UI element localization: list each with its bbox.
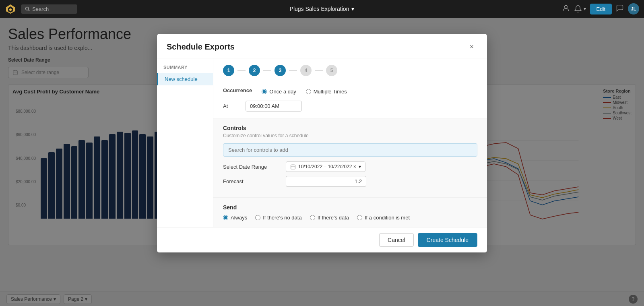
send-always: Always [223,215,247,221]
schedule-exports-modal: Schedule Exports × Summary New schedule … [157,34,487,252]
modal-body: Summary New schedule 1 2 3 4 5 [157,58,487,227]
notifications-icon[interactable]: ▾ [574,5,586,13]
svg-point-3 [26,7,29,10]
date-range-control-label: Select Date Range [223,164,279,170]
modal-close-button[interactable]: × [466,41,477,52]
topnav: Search Plugs Sales Exploration ▾ ▾ Edit … [0,0,644,18]
send-nodata-label: If there's no data [263,215,301,221]
send-title: Send [223,204,477,211]
sidebar-section-label: Summary [157,65,213,73]
topnav-dropdown-icon[interactable]: ▾ [351,6,354,12]
sidebar-new-schedule[interactable]: New schedule [157,73,213,85]
controls-section: Controls Customize control values for a … [213,118,487,198]
time-input[interactable] [246,101,302,112]
step-3: 3 [275,65,286,76]
occurrence-multiple-radio[interactable] [306,89,311,94]
search-placeholder: Search [32,6,49,12]
send-nodata-radio[interactable] [255,215,260,220]
occurrence-row: Occurrence Once a day Multiple Times [223,87,477,96]
forecast-input[interactable] [286,176,366,187]
step-5: 5 [326,65,337,76]
search-box[interactable]: Search [21,4,77,14]
controls-search-input[interactable] [223,143,477,157]
send-hasdata-label: If there's data [318,215,349,221]
app-logo [5,3,16,14]
send-has-data: If there's data [310,215,349,221]
occurrence-label: Occurrence [223,87,252,93]
step-line-2 [263,70,271,71]
date-range-picker-button[interactable]: 10/10/2022 – 10/22/2022 × ▾ [286,161,365,172]
step-1: 1 [223,65,234,76]
modal-footer: Cancel Create Schedule [157,227,487,252]
step-line-1 [237,70,246,71]
modal-overlay: Schedule Exports × Summary New schedule … [0,18,644,306]
topnav-title-text: Plugs Sales Exploration [290,6,349,12]
avatar[interactable]: JL [628,3,639,14]
step-4: 4 [300,65,312,76]
step-line-3 [289,70,297,71]
step-line-4 [315,70,323,71]
date-range-dropdown-icon: ▾ [359,164,361,170]
modal-title: Schedule Exports [167,42,235,52]
at-row: At [223,101,477,112]
send-always-radio[interactable] [223,215,228,220]
topnav-title: Plugs Sales Exploration ▾ [290,6,355,12]
svg-line-4 [28,10,29,11]
send-no-data: If there's no data [255,215,301,221]
create-schedule-button[interactable]: Create Schedule [418,233,477,247]
step-2: 2 [249,65,260,76]
date-range-control-row: Select Date Range 10/10/2022 – 10/22/202… [223,161,477,172]
svg-rect-14 [291,165,295,169]
send-condition: If a condition is met [357,215,410,221]
send-always-label: Always [231,215,247,221]
modal-sidebar: Summary New schedule [157,58,213,227]
forecast-label: Forecast [223,178,279,184]
at-label: At [223,103,239,109]
occurrence-multiple-group: Multiple Times [306,89,347,95]
cancel-button[interactable]: Cancel [379,233,414,247]
modal-header: Schedule Exports × [157,34,487,58]
occurrence-multiple-label: Multiple Times [314,89,347,95]
edit-button[interactable]: Edit [590,4,612,14]
topnav-right: ▾ Edit JL [562,3,639,14]
send-condition-label: If a condition is met [365,215,410,221]
forecast-control-row: Forecast [223,176,477,187]
date-range-value: 10/10/2022 – 10/22/2022 × [298,164,356,170]
occurrence-once-label: Once a day [269,89,296,95]
send-options: Always If there's no data If there's dat… [223,215,477,221]
step-indicators: 1 2 3 4 5 [213,58,487,81]
user-icon[interactable] [562,4,570,14]
occurrence-once-radio[interactable] [262,89,267,94]
modal-main-content: 1 2 3 4 5 Occurrence On [213,58,487,227]
send-condition-radio[interactable] [357,215,362,220]
send-hasdata-radio[interactable] [310,215,315,220]
svg-point-5 [564,5,567,8]
send-section: Send Always If there's no data If the [213,198,487,227]
occurrence-once-group: Once a day [262,89,296,95]
chat-icon[interactable] [616,4,624,14]
svg-point-2 [9,8,12,11]
occurrence-section: Occurrence Once a day Multiple Times At [213,81,487,118]
controls-subtitle: Customize control values for a schedule [223,133,477,139]
controls-title: Controls [223,125,477,131]
